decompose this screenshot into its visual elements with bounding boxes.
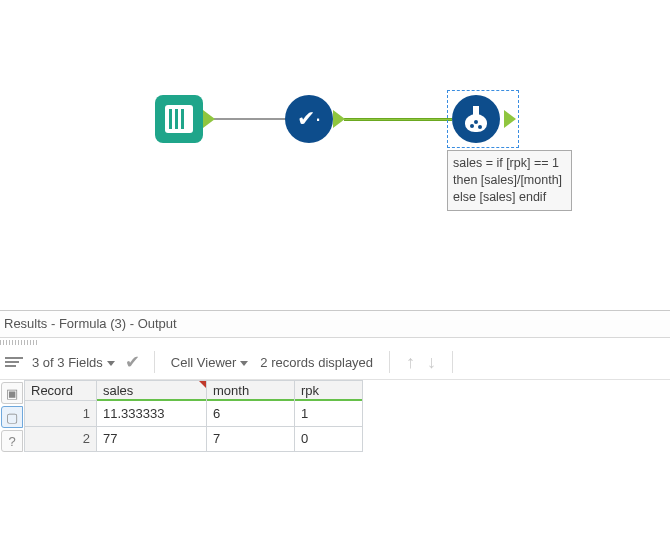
- cell-month[interactable]: 6: [207, 401, 295, 427]
- column-header-rpk[interactable]: rpk: [295, 381, 363, 401]
- output-anchor[interactable]: [203, 110, 215, 128]
- separator: [154, 351, 155, 373]
- grid-header-row: Record sales month rpk: [25, 381, 363, 401]
- column-header-sales[interactable]: sales: [97, 381, 207, 401]
- formula-flask-icon: [465, 106, 487, 132]
- connection-1: [214, 118, 286, 120]
- table-row[interactable]: 1 11.333333 6 1: [25, 401, 363, 427]
- results-left-gutter: ▣ ▢ ?: [0, 380, 24, 452]
- formula-tool-node[interactable]: [452, 95, 500, 143]
- gutter-button-2[interactable]: ▢: [1, 406, 23, 428]
- fields-summary[interactable]: 3 of 3 Fields: [28, 355, 119, 370]
- separator: [452, 351, 453, 373]
- separator: [389, 351, 390, 373]
- cell-rpk[interactable]: 1: [295, 401, 363, 427]
- results-panel-title: Results - Formula (3) - Output: [0, 311, 670, 338]
- chevron-down-icon: [240, 361, 248, 366]
- cell-sales[interactable]: 11.333333: [97, 401, 207, 427]
- sort-marker-icon: [199, 381, 206, 388]
- output-anchor[interactable]: [504, 110, 516, 128]
- gutter-button-1[interactable]: ▣: [1, 382, 23, 404]
- row-number: 1: [25, 401, 97, 427]
- arrow-down-icon[interactable]: ↓: [423, 352, 440, 373]
- results-panel: Results - Formula (3) - Output 3 of 3 Fi…: [0, 310, 670, 541]
- apply-check-icon[interactable]: ✔: [123, 351, 142, 373]
- connection-2: [344, 118, 452, 121]
- results-grid[interactable]: Record sales month rpk 1 11.333333 6 1 2…: [24, 380, 363, 452]
- records-displayed-label: 2 records displayed: [256, 355, 377, 370]
- column-header-record[interactable]: Record: [25, 381, 97, 401]
- results-toolbar: 3 of 3 Fields ✔ Cell Viewer 2 records di…: [0, 345, 670, 380]
- chevron-down-icon: [107, 361, 115, 366]
- cell-month[interactable]: 7: [207, 426, 295, 452]
- cell-sales[interactable]: 77: [97, 426, 207, 452]
- formula-annotation: sales = if [rpk] == 1 then [sales]/[mont…: [447, 150, 572, 211]
- select-check-icon: ✔·: [297, 106, 321, 132]
- cell-viewer-dropdown[interactable]: Cell Viewer: [167, 355, 253, 370]
- row-number: 2: [25, 426, 97, 452]
- arrow-up-icon[interactable]: ↑: [402, 352, 419, 373]
- list-icon[interactable]: [4, 353, 24, 371]
- table-row[interactable]: 2 77 7 0: [25, 426, 363, 452]
- select-tool-node[interactable]: ✔·: [285, 95, 333, 143]
- gutter-button-help[interactable]: ?: [1, 430, 23, 452]
- input-tool-node[interactable]: [155, 95, 203, 143]
- column-header-month[interactable]: month: [207, 381, 295, 401]
- input-data-icon: [165, 105, 193, 133]
- output-anchor[interactable]: [333, 110, 345, 128]
- cell-rpk[interactable]: 0: [295, 426, 363, 452]
- workflow-canvas[interactable]: ✔· sales = if [rpk] == 1 then [sales]/[m…: [0, 0, 670, 310]
